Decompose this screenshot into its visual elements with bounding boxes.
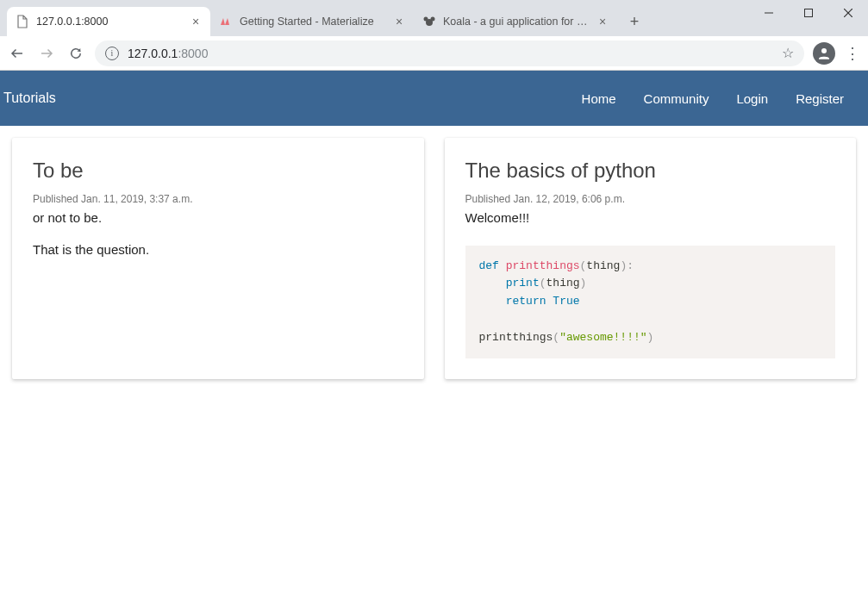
materialize-icon (219, 15, 233, 28)
tab-strip: 127.0.0.1:8000 × Getting Started - Mater… (0, 0, 646, 36)
maximize-button[interactable] (789, 0, 828, 26)
post-welcome: Welcome!!! (465, 210, 530, 225)
tab-materialize[interactable]: Getting Started - Materialize × (210, 7, 414, 36)
file-icon (16, 15, 29, 28)
post-body: or not to be. That is the question. (33, 209, 403, 259)
browser-titlebar: 127.0.0.1:8000 × Getting Started - Mater… (0, 0, 868, 36)
profile-avatar[interactable] (813, 42, 835, 65)
nav-login[interactable]: Login (722, 91, 782, 106)
nav-community[interactable]: Community (630, 91, 723, 106)
site-navbar: Tutorials Home Community Login Register (0, 71, 868, 126)
card-grid: To be Published Jan. 11, 2019, 3:37 a.m.… (0, 126, 868, 391)
tab-title: 127.0.0.1:8000 (36, 16, 183, 28)
close-icon[interactable]: × (190, 16, 202, 28)
post-paragraph: That is the question. (33, 240, 403, 260)
tab-localhost[interactable]: 127.0.0.1:8000 × (7, 7, 210, 36)
post-meta: Published Jan. 12, 2019, 6:06 p.m. (465, 193, 836, 205)
post-body: Welcome!!! (465, 209, 836, 228)
new-tab-button[interactable]: + (622, 9, 646, 34)
reload-button[interactable] (66, 43, 86, 64)
url-text: 127.0.0.1:8000 (128, 47, 773, 60)
post-card: To be Published Jan. 11, 2019, 3:37 a.m.… (12, 138, 424, 379)
koala-icon (422, 15, 436, 28)
site-info-icon[interactable]: i (105, 47, 119, 60)
brand[interactable]: Tutorials (0, 90, 56, 106)
close-icon[interactable]: × (393, 16, 405, 28)
code-block: def printthings(thing): print(thing) ret… (465, 246, 836, 359)
svg-point-7 (821, 48, 827, 53)
nav-home[interactable]: Home (568, 91, 630, 106)
post-title: The basics of python (465, 159, 836, 183)
post-title: To be (33, 159, 403, 183)
svg-point-1 (424, 17, 428, 22)
back-button[interactable] (7, 43, 28, 64)
address-bar: i 127.0.0.1:8000 ☆ ⋮ (0, 36, 868, 71)
bookmark-icon[interactable]: ☆ (782, 45, 794, 61)
minimize-button[interactable] (749, 0, 789, 26)
post-card: The basics of python Published Jan. 12, … (445, 138, 857, 379)
nav-register[interactable]: Register (782, 91, 858, 106)
svg-point-2 (431, 17, 435, 22)
post-meta: Published Jan. 11, 2019, 3:37 a.m. (33, 193, 403, 205)
close-icon[interactable]: × (596, 16, 609, 28)
tab-title: Koala - a gui application for LESS (443, 16, 590, 28)
tab-koala[interactable]: Koala - a gui application for LESS × (414, 7, 617, 36)
page-viewport: Tutorials Home Community Login Register … (0, 71, 868, 598)
close-window-button[interactable] (828, 0, 868, 26)
menu-button[interactable]: ⋮ (844, 44, 861, 63)
post-paragraph: or not to be. (33, 209, 403, 228)
window-controls (749, 0, 868, 26)
omnibox[interactable]: i 127.0.0.1:8000 ☆ (95, 40, 804, 66)
tab-title: Getting Started - Materialize (240, 16, 386, 28)
forward-button[interactable] (36, 43, 57, 64)
svg-rect-4 (805, 9, 813, 17)
